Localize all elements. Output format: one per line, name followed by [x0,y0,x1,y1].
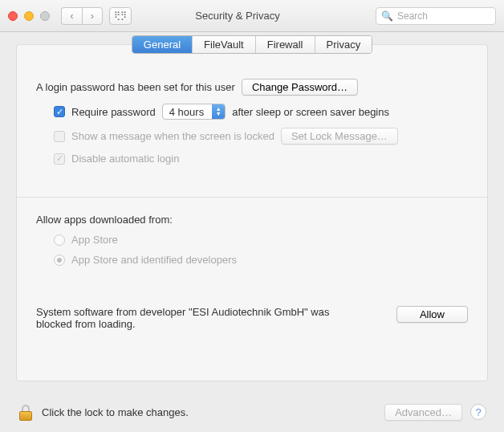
content-area: General FileVault Firewall Privacy A log… [0,32,504,389]
login-section: A login password has been set for this u… [17,55,487,181]
zoom-window-button [40,11,50,21]
minimize-window-button[interactable] [24,11,34,21]
app-store-identified-label: App Store and identified developers [71,254,237,266]
disable-auto-login-label: Disable automatic login [71,153,179,165]
require-password-after-text: after sleep or screen saver begins [232,106,389,118]
require-password-delay-select[interactable]: 4 hours ▲▼ [162,104,226,120]
show-message-checkbox [54,131,65,142]
help-icon: ? [475,406,481,418]
close-window-button[interactable] [8,11,18,21]
show-message-label: Show a message when the screen is locked [71,130,274,142]
app-store-label: App Store [71,234,118,246]
select-arrows-icon: ▲▼ [212,104,225,119]
help-button[interactable]: ? [470,404,486,420]
require-password-label: Require password [71,106,156,118]
tab-firewall[interactable]: Firewall [256,36,315,53]
tab-privacy[interactable]: Privacy [315,36,372,53]
allow-apps-section: Allow apps downloaded from: App Store Ap… [17,214,487,266]
search-input[interactable]: 🔍 Search [376,7,496,25]
window-title: Security & Privacy [106,10,369,22]
disable-auto-login-checkbox: ✓ [54,153,65,165]
blocked-software-text: System software from developer "ESI Audi… [36,306,341,330]
blocked-software-row: System software from developer "ESI Audi… [17,274,487,330]
titlebar: ‹ › ⢟⡻ Security & Privacy 🔍 Search [0,0,504,32]
require-password-checkbox[interactable]: ✓ [54,106,65,117]
preferences-panel: General FileVault Firewall Privacy A log… [16,44,488,381]
change-password-button[interactable]: Change Password… [242,79,358,96]
search-icon: 🔍 [381,10,393,22]
app-store-radio [54,234,65,246]
nav-buttons: ‹ › [61,7,103,25]
allow-button[interactable]: Allow [396,306,468,323]
advanced-button: Advanced… [384,404,462,421]
chevron-left-icon: ‹ [71,10,74,22]
forward-button[interactable]: › [82,7,103,25]
chevron-right-icon: › [91,10,94,22]
lock-text: Click the lock to make changes. [42,406,189,418]
set-lock-message-button: Set Lock Message… [281,128,398,145]
app-store-identified-radio [54,255,65,266]
login-password-text: A login password has been set for this u… [36,81,235,93]
tab-bar: General FileVault Firewall Privacy [17,44,487,54]
divider [17,197,487,198]
allow-apps-heading: Allow apps downloaded from: [36,214,173,226]
footer: Click the lock to make changes. Advanced… [0,395,504,432]
lock-icon[interactable] [18,403,34,421]
window-controls [8,11,50,21]
tab-general[interactable]: General [132,36,193,53]
tab-filevault[interactable]: FileVault [193,36,256,53]
back-button[interactable]: ‹ [61,7,82,25]
